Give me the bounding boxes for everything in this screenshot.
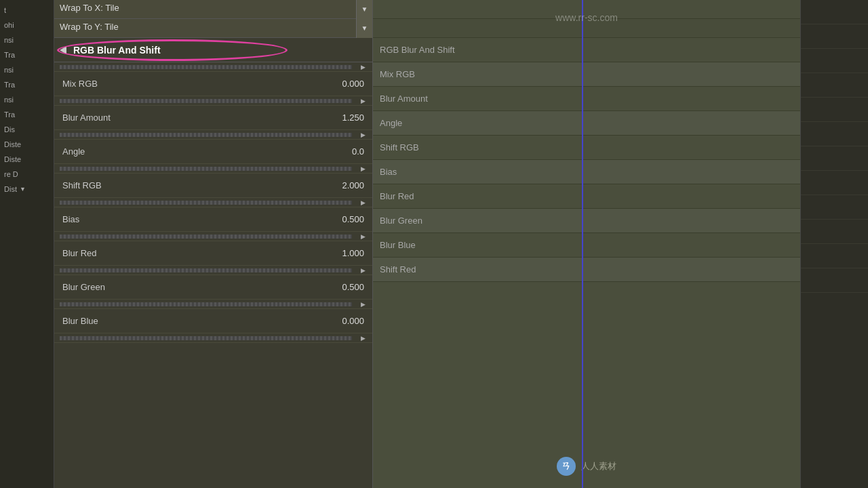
timeline-bias-row: Bias xyxy=(373,160,800,184)
timeline-bluramount-row: Blur Amount xyxy=(373,87,800,111)
blur-green-row: Blur Green 0.500 xyxy=(54,275,372,300)
shift-rgb-row: Shift RGB 2.000 xyxy=(54,174,372,198)
shift-red-slider-row[interactable]: ▶ xyxy=(54,333,372,343)
sidebar-item-tra3[interactable]: Tra xyxy=(0,107,54,122)
angle-row: Angle 0.0 xyxy=(54,140,372,164)
sidebar-item-nsi[interactable]: nsi xyxy=(0,33,54,47)
blur-red-arrow[interactable]: ▶ xyxy=(357,232,368,241)
timeline-mixrgb-row: Mix RGB xyxy=(373,62,800,87)
sidebar-item-dis[interactable]: Dis xyxy=(0,122,54,137)
shift-rgb-slider-track[interactable] xyxy=(60,167,352,171)
sidebar-item-tra1[interactable]: Tra xyxy=(0,47,54,62)
far-right-cell-6 xyxy=(801,122,868,146)
blur-red-row: Blur Red 1.000 xyxy=(54,241,372,266)
sidebar-item-red[interactable]: re D xyxy=(0,167,54,182)
angle-value[interactable]: 0.0 xyxy=(325,146,372,157)
timeline-blurred-row: Blur Red xyxy=(373,184,800,209)
wrap-y-arrow[interactable]: ▼ xyxy=(356,19,372,38)
blur-amount-slider-track[interactable] xyxy=(60,99,352,103)
blur-blue-slider-track[interactable] xyxy=(60,302,352,306)
blur-red-slider-track[interactable] xyxy=(60,235,352,239)
bias-label: Bias xyxy=(54,214,325,224)
bias-arrow[interactable]: ▶ xyxy=(357,198,368,207)
timeline-bias-label: Bias xyxy=(380,167,397,177)
rgb-blur-header[interactable]: RGB Blur And Shift xyxy=(54,38,372,62)
shift-rgb-arrow[interactable]: ▶ xyxy=(357,164,368,174)
blur-green-slider-row[interactable]: ▶ xyxy=(54,266,372,275)
sidebar-item-nsi2[interactable]: nsi xyxy=(0,62,54,77)
sidebar-item-diste1[interactable]: Diste xyxy=(0,137,54,152)
shift-rgb-value[interactable]: 2.000 xyxy=(325,180,372,190)
blur-amount-arrow[interactable]: ▶ xyxy=(357,96,368,106)
timeline-mixrgb-label: Mix RGB xyxy=(380,69,415,79)
mix-rgb-value[interactable]: 0.000 xyxy=(325,79,372,89)
timeline-shiftrgb-label: Shift RGB xyxy=(380,142,419,152)
far-right-cell-5 xyxy=(801,98,868,122)
far-right-cell-7 xyxy=(801,146,868,171)
sidebar-item-tra2[interactable]: Tra xyxy=(0,77,54,92)
blur-green-arrow[interactable]: ▶ xyxy=(357,266,368,275)
angle-arrow[interactable]: ▶ xyxy=(357,130,368,140)
blur-amount-label: Blur Amount xyxy=(54,113,325,123)
blur-blue-arrow[interactable]: ▶ xyxy=(357,300,368,309)
timeline-shiftred-row: Shift Red xyxy=(373,258,800,282)
sidebar-dropdown-icon[interactable]: ▼ xyxy=(20,183,26,195)
shift-red-slider-track[interactable] xyxy=(60,336,352,340)
wrap-x-arrow[interactable]: ▼ xyxy=(356,0,372,19)
timeline-blurgreen-row: Blur Green xyxy=(373,209,800,233)
blur-blue-slider-row[interactable]: ▶ xyxy=(54,300,372,309)
rgb-collapse-triangle[interactable] xyxy=(60,46,66,54)
shift-red-arrow[interactable]: ▶ xyxy=(357,333,368,343)
mix-rgb-arrow[interactable]: ▶ xyxy=(357,62,368,72)
blur-red-value[interactable]: 1.000 xyxy=(325,248,372,258)
blur-green-value[interactable]: 0.500 xyxy=(325,282,372,292)
blur-amount-value[interactable]: 1.250 xyxy=(325,113,372,123)
blur-green-slider-track[interactable] xyxy=(60,268,352,272)
blur-red-slider-row[interactable]: ▶ xyxy=(54,232,372,241)
sidebar-item-nsi3[interactable]: nsi xyxy=(0,92,54,107)
bias-slider-track[interactable] xyxy=(60,201,352,205)
timeline-rgb-row: RGB Blur And Shift xyxy=(373,38,800,62)
timeline-shiftred-label: Shift Red xyxy=(380,264,416,274)
bias-slider-row[interactable]: ▶ xyxy=(54,198,372,207)
wrap-y-row[interactable]: Wrap To Y: Tile ▼ xyxy=(54,19,372,38)
timeline-bluramount-label: Blur Amount xyxy=(380,94,428,104)
far-right-cell-12 xyxy=(801,268,868,293)
far-right-cell-8 xyxy=(801,171,868,195)
sidebar-item-ohi[interactable]: ohi xyxy=(0,18,54,33)
timeline-wrap-y-row xyxy=(373,19,800,38)
blur-amount-slider-row[interactable]: ▶ xyxy=(54,96,372,106)
blur-blue-value[interactable]: 0.000 xyxy=(325,316,372,326)
timeline-blurblue-label: Blur Blue xyxy=(380,240,416,250)
sidebar-dist-label: Dist xyxy=(4,183,17,195)
sidebar-item-diste2[interactable]: Diste xyxy=(0,152,54,167)
wrap-y-select[interactable]: Wrap To Y: Tile xyxy=(54,19,356,37)
angle-slider-row[interactable]: ▶ xyxy=(54,130,372,140)
timeline-blurred-label: Blur Red xyxy=(380,191,414,201)
far-right-cell-11 xyxy=(801,244,868,268)
properties-panel: Wrap To X: Tile ▼ Wrap To Y: Tile ▼ RGB … xyxy=(54,0,373,488)
shift-rgb-slider-row[interactable]: ▶ xyxy=(54,164,372,174)
far-right-cell-10 xyxy=(801,220,868,244)
bias-value[interactable]: 0.500 xyxy=(325,214,372,224)
far-right-cell-3 xyxy=(801,49,868,73)
wrap-x-row[interactable]: Wrap To X: Tile ▼ xyxy=(54,0,372,19)
blur-blue-label: Blur Blue xyxy=(54,316,325,326)
far-right-cell-9 xyxy=(801,195,868,220)
angle-slider-track[interactable] xyxy=(60,133,352,137)
sidebar-item-dist[interactable]: Dist ▼ xyxy=(0,182,54,197)
timeline-shiftrgb-row: Shift RGB xyxy=(373,136,800,160)
logo-text: 人人素材 xyxy=(581,460,616,472)
bottom-logo: ㄢ 人人素材 xyxy=(557,457,616,476)
far-right-panel xyxy=(800,0,868,488)
mix-rgb-slider-row[interactable]: ▶ xyxy=(54,62,372,72)
mix-rgb-row: Mix RGB 0.000 xyxy=(54,72,372,96)
blur-blue-row: Blur Blue 0.000 xyxy=(54,309,372,333)
sidebar-item-t[interactable]: t xyxy=(0,3,54,18)
rgb-title-label: RGB Blur And Shift xyxy=(73,45,161,56)
mix-rgb-slider-track[interactable] xyxy=(60,65,352,69)
timeline-angle-row: Angle xyxy=(373,111,800,136)
logo-circle: ㄢ xyxy=(557,457,576,476)
wrap-x-select[interactable]: Wrap To X: Tile xyxy=(54,0,356,18)
bias-row: Bias 0.500 xyxy=(54,207,372,232)
